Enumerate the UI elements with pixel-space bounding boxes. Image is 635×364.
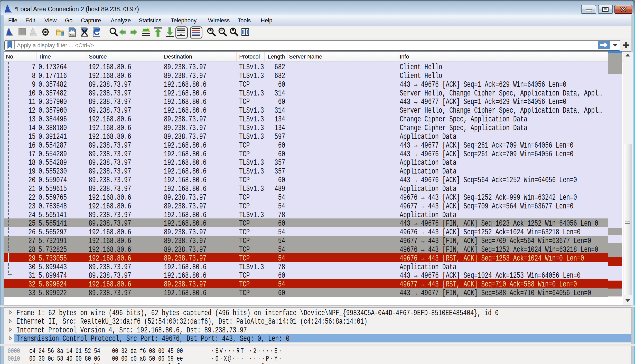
svg-text:010: 010 — [70, 33, 74, 36]
